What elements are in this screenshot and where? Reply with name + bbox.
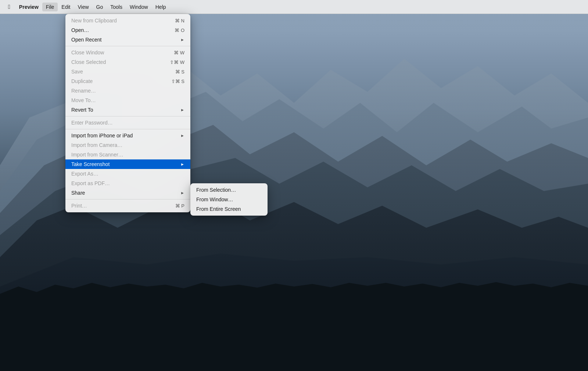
menu-item-close-selected-label: Close Selected	[71, 59, 162, 65]
menu-item-save[interactable]: Save ⌘ S	[65, 67, 190, 76]
menu-item-enter-password-label: Enter Password…	[71, 120, 184, 126]
menu-item-new-from-clipboard[interactable]: New from Clipboard ⌘ N	[65, 16, 190, 25]
menu-item-save-label: Save	[71, 69, 168, 75]
menu-item-share[interactable]: Share ►	[65, 188, 190, 198]
menubar-go[interactable]: Go	[93, 3, 107, 11]
menu-item-export-as[interactable]: Export As…	[65, 169, 190, 179]
menu-item-import-camera-label: Import from Camera…	[71, 142, 184, 148]
menu-item-take-screenshot-label: Take Screenshot	[71, 161, 178, 167]
menu-item-duplicate-shortcut: ⇧⌘ S	[171, 79, 184, 84]
menu-item-revert-to-label: Revert To	[71, 107, 178, 113]
menu-item-export-as-pdf-label: Export as PDF…	[71, 180, 184, 186]
menu-item-open[interactable]: Open… ⌘ O	[65, 25, 190, 35]
menu-item-open-recent[interactable]: Open Recent ►	[65, 35, 190, 44]
separator-3	[65, 129, 190, 129]
menu-item-close-window-shortcut: ⌘ W	[174, 50, 184, 55]
chevron-right-icon: ►	[180, 37, 184, 42]
menu-item-close-window-label: Close Window	[71, 50, 166, 55]
apple-menu[interactable]: 	[4, 2, 14, 12]
menu-item-from-window[interactable]: From Window…	[190, 195, 268, 204]
menu-item-from-entire-screen-label: From Entire Screen	[196, 206, 262, 212]
menubar:  Preview File Edit View Go Tools Window…	[0, 0, 588, 14]
menu-item-revert-to[interactable]: Revert To ►	[65, 105, 190, 115]
menu-item-duplicate-label: Duplicate	[71, 78, 164, 84]
menu-item-print-label: Print…	[71, 203, 168, 209]
menu-item-print-shortcut: ⌘ P	[175, 203, 184, 209]
menu-item-close-selected[interactable]: Close Selected ⇧⌘ W	[65, 57, 190, 67]
menu-item-move-to[interactable]: Move To…	[65, 96, 190, 105]
chevron-right-icon-5: ►	[180, 191, 184, 195]
menu-item-open-recent-label: Open Recent	[71, 37, 178, 43]
menu-item-share-label: Share	[71, 190, 178, 196]
menu-item-close-window[interactable]: Close Window ⌘ W	[65, 48, 190, 57]
menu-item-duplicate[interactable]: Duplicate ⇧⌘ S	[65, 76, 190, 86]
menu-item-rename-label: Rename…	[71, 88, 184, 94]
separator-4	[65, 199, 190, 199]
screenshot-submenu: From Selection… From Window… From Entire…	[190, 183, 268, 216]
file-menu: New from Clipboard ⌘ N Open… ⌘ O Open Re…	[65, 14, 190, 212]
menu-item-import-iphone-label: Import from iPhone or iPad	[71, 133, 178, 138]
menu-item-enter-password[interactable]: Enter Password…	[65, 118, 190, 127]
menu-item-close-selected-shortcut: ⇧⌘ W	[170, 60, 184, 65]
separator-2	[65, 116, 190, 116]
menubar-edit[interactable]: Edit	[58, 3, 74, 11]
menubar-window[interactable]: Window	[126, 3, 152, 11]
menu-item-from-selection[interactable]: From Selection…	[190, 185, 268, 195]
menu-item-export-as-label: Export As…	[71, 171, 184, 177]
menubar-file[interactable]: File	[42, 3, 58, 11]
menu-item-open-label: Open…	[71, 27, 167, 33]
menu-item-from-window-label: From Window…	[196, 197, 262, 202]
menu-item-open-shortcut: ⌘ O	[175, 28, 184, 33]
menu-item-from-entire-screen[interactable]: From Entire Screen	[190, 204, 268, 214]
chevron-right-icon-2: ►	[180, 108, 184, 112]
separator-1	[65, 46, 190, 46]
chevron-right-icon-4: ►	[180, 162, 184, 166]
menubar-view[interactable]: View	[74, 3, 92, 11]
menu-item-from-selection-label: From Selection…	[196, 187, 262, 193]
menubar-tools[interactable]: Tools	[107, 3, 126, 11]
menu-item-new-from-clipboard-label: New from Clipboard	[71, 18, 168, 24]
menu-item-print[interactable]: Print… ⌘ P	[65, 201, 190, 210]
menu-item-import-scanner-label: Import from Scanner…	[71, 152, 184, 158]
menubar-help[interactable]: Help	[152, 3, 170, 11]
menu-item-rename[interactable]: Rename…	[65, 86, 190, 96]
chevron-right-icon-3: ►	[180, 133, 184, 138]
menu-item-save-shortcut: ⌘ S	[175, 69, 184, 75]
menu-item-new-from-clipboard-shortcut: ⌘ N	[175, 18, 184, 24]
menubar-preview[interactable]: Preview	[15, 3, 42, 11]
menu-item-export-as-pdf[interactable]: Export as PDF…	[65, 179, 190, 188]
menu-item-import-iphone[interactable]: Import from iPhone or iPad ►	[65, 131, 190, 140]
menu-item-import-camera[interactable]: Import from Camera…	[65, 140, 190, 150]
menu-item-import-scanner[interactable]: Import from Scanner…	[65, 150, 190, 159]
menu-item-move-to-label: Move To…	[71, 97, 184, 103]
menu-item-take-screenshot[interactable]: Take Screenshot ►	[65, 159, 190, 169]
